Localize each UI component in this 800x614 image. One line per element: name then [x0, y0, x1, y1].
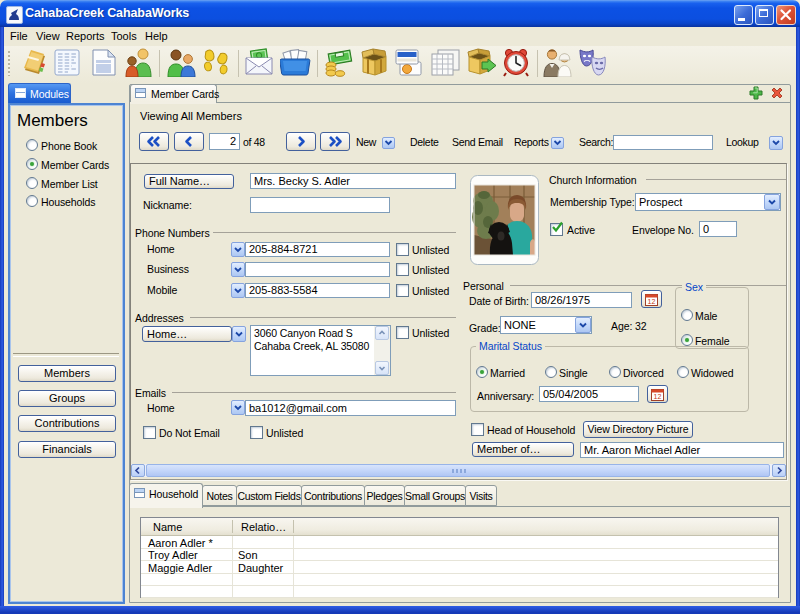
svg-text:12: 12 [648, 298, 656, 305]
svg-text:12: 12 [654, 393, 662, 400]
